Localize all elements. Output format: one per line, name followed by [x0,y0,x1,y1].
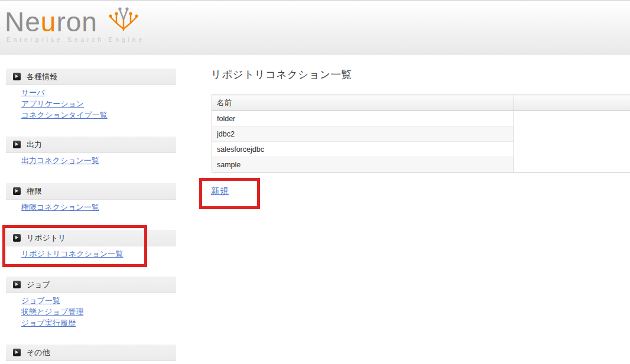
play-triangle-icon [13,141,21,148]
sidebar-link-job-list[interactable]: ジョブ一覧 [21,295,176,306]
annotation-box-new-link [199,178,260,209]
app-header: Neuron Enterprise Search Engine [0,0,630,54]
sidebar-section-repository: リポジトリ リポジトリコネクション一覧 [6,230,176,259]
section-header-info[interactable]: 各種情報 [6,69,176,85]
connection-name-cell: folder [212,111,514,126]
brand-suffix: ron [56,6,97,37]
sidebar-link-server[interactable]: サーバ [21,87,176,98]
connection-name-cell: jdbc2 [212,126,514,142]
section-links: リポジトリコネクション一覧 [6,246,176,259]
sidebar-link-status-job-management[interactable]: 状態とジョブ管理 [21,306,176,317]
section-links: 出力コネクション一覧 [6,153,176,166]
column-header-empty [514,95,630,111]
sidebar: 各種情報 サーバ アプリケーション コネクションタイプ一覧 出力 出力コネクショ… [6,69,176,364]
section-title: 各種情報 [27,72,57,82]
repository-connection-table: 名前 folder jdbc2 salesforcejdbc sample [212,95,630,173]
section-header-repository[interactable]: リポジトリ [6,230,176,246]
sidebar-link-job-execution-history[interactable]: ジョブ実行履歴 [21,317,176,329]
section-header-output[interactable]: 出力 [6,136,176,153]
play-triangle-icon [13,187,21,195]
sidebar-link-connection-type-list[interactable]: コネクションタイプ一覧 [21,109,176,121]
play-triangle-icon [13,281,21,288]
sidebar-section-job: ジョブ ジョブ一覧 状態とジョブ管理 ジョブ実行履歴 [6,277,176,329]
empty-column-body [514,111,630,173]
sidebar-section-info: 各種情報 サーバ アプリケーション コネクションタイプ一覧 [6,69,176,121]
brand-accent: u [41,6,57,37]
play-triangle-icon [13,234,21,242]
connection-name-cell: salesforcejdbc [212,142,514,157]
section-title: ジョブ [27,280,50,290]
sidebar-section-output: 出力 出力コネクション一覧 [6,136,176,166]
sidebar-section-permission: 権限 権限コネクション一覧 [6,183,176,213]
sidebar-section-others: その他 [6,344,176,361]
section-title: その他 [27,347,50,358]
brand-prefix: Ne [5,6,41,37]
section-header-others[interactable]: その他 [6,344,176,361]
brand-tagline: Enterprise Search Engine [7,37,145,43]
play-triangle-icon [13,73,21,80]
sidebar-link-permission-connection-list[interactable]: 権限コネクション一覧 [21,202,176,213]
section-links: サーバ アプリケーション コネクションタイプ一覧 [6,85,176,121]
section-links: ジョブ一覧 状態とジョブ管理 ジョブ実行履歴 [6,293,176,329]
play-triangle-icon [13,349,21,356]
section-title: 出力 [27,139,42,150]
section-title: 権限 [27,186,42,197]
table-row: folder [212,111,630,126]
sidebar-link-output-connection-list[interactable]: 出力コネクション一覧 [21,155,176,166]
page: Neuron Enterprise Search Engine [0,0,630,364]
table-header-row: 名前 [212,95,630,111]
section-header-permission[interactable]: 権限 [6,183,176,200]
section-title: リポジトリ [27,233,66,243]
neuron-branches-icon [105,2,142,32]
column-header-name: 名前 [212,95,514,111]
sidebar-link-repository-connection-list[interactable]: リポジトリコネクション一覧 [21,248,176,259]
section-links: 権限コネクション一覧 [6,200,176,213]
section-header-job[interactable]: ジョブ [6,277,176,293]
connection-name-cell: sample [212,157,514,173]
page-title: リポジトリコネクション一覧 [211,67,352,82]
sidebar-link-application[interactable]: アプリケーション [21,98,176,109]
new-button[interactable]: 新規 [211,186,229,197]
